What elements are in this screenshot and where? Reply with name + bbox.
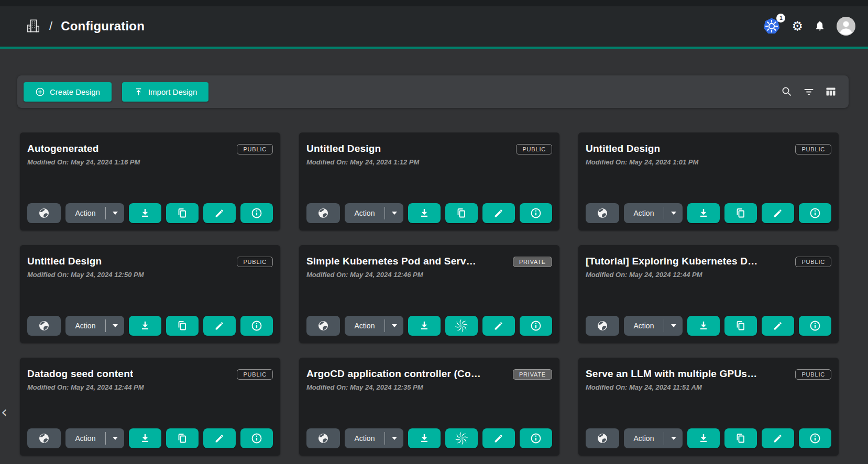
upload-icon — [134, 87, 144, 97]
clone-design-button[interactable] — [724, 203, 757, 223]
design-title: Untitled Design — [306, 143, 381, 154]
info-design-button[interactable] — [240, 316, 273, 336]
info-design-button[interactable] — [520, 316, 552, 336]
create-design-button[interactable]: Create Design — [24, 82, 112, 102]
action-split-button[interactable]: Action — [345, 428, 403, 448]
visibility-globe-button[interactable] — [586, 316, 619, 336]
info-design-button[interactable] — [240, 428, 273, 448]
clone-design-button[interactable] — [445, 203, 478, 223]
search-icon[interactable] — [781, 85, 793, 98]
action-split-button[interactable]: Action — [65, 428, 124, 448]
caret-down-icon[interactable] — [105, 319, 124, 332]
caret-down-icon[interactable] — [664, 207, 683, 219]
action-split-button[interactable]: Action — [345, 203, 403, 223]
caret-down-icon[interactable] — [105, 432, 124, 445]
caret-down-icon[interactable] — [105, 207, 124, 219]
clone-design-button[interactable] — [166, 203, 199, 223]
spiral-design-button[interactable] — [445, 428, 478, 448]
action-button-label[interactable]: Action — [624, 209, 664, 217]
info-design-button[interactable] — [520, 428, 552, 448]
download-design-button[interactable] — [687, 428, 720, 448]
download-design-button[interactable] — [408, 316, 441, 336]
edit-design-button[interactable] — [762, 203, 794, 223]
download-icon — [697, 432, 710, 445]
info-design-button[interactable] — [799, 316, 831, 336]
caret-down-icon[interactable] — [384, 432, 403, 445]
visibility-globe-button[interactable] — [27, 316, 61, 336]
action-button-label[interactable]: Action — [65, 322, 105, 330]
caret-down-icon[interactable] — [384, 319, 403, 332]
scroll-left-chevron-icon[interactable]: ‹ — [1, 404, 7, 420]
spiral-design-button[interactable] — [445, 316, 478, 336]
clone-design-button[interactable] — [724, 316, 757, 336]
download-design-button[interactable] — [129, 428, 161, 448]
visibility-globe-button[interactable] — [27, 203, 61, 223]
pencil-icon — [214, 320, 225, 332]
action-button-label[interactable]: Action — [65, 209, 105, 217]
action-button-label[interactable]: Action — [345, 322, 384, 330]
settings-gear-icon[interactable]: ⚙ — [792, 20, 803, 32]
import-design-button[interactable]: Import Design — [122, 82, 208, 102]
caret-down-icon[interactable] — [384, 207, 403, 219]
caret-down-icon[interactable] — [664, 319, 683, 332]
visibility-chip: PRIVATE — [513, 257, 552, 267]
action-split-button[interactable]: Action — [345, 316, 403, 336]
clone-design-button[interactable] — [166, 428, 199, 448]
download-icon — [418, 319, 431, 332]
visibility-globe-button[interactable] — [586, 428, 619, 448]
download-design-button[interactable] — [408, 203, 441, 223]
edit-design-button[interactable] — [482, 316, 515, 336]
download-icon — [139, 207, 151, 219]
info-design-button[interactable] — [240, 203, 273, 223]
designs-toolbar: Create Design Import Design — [17, 75, 849, 108]
action-button-label[interactable]: Action — [65, 434, 105, 443]
globe-icon — [317, 432, 329, 445]
action-split-button[interactable]: Action — [624, 316, 683, 336]
action-split-button[interactable]: Action — [65, 316, 124, 336]
edit-design-button[interactable] — [203, 203, 236, 223]
spiral-icon — [455, 432, 468, 445]
visibility-globe-button[interactable] — [586, 203, 619, 223]
design-title: Untitled Design — [27, 256, 102, 267]
action-button-label[interactable]: Action — [624, 434, 664, 443]
edit-design-button[interactable] — [762, 316, 794, 336]
kubernetes-context-button[interactable]: 1 — [762, 17, 781, 35]
globe-icon — [596, 207, 609, 219]
info-design-button[interactable] — [799, 203, 831, 223]
download-design-button[interactable] — [408, 428, 441, 448]
edit-design-button[interactable] — [762, 428, 794, 448]
modified-on-text: Modified On: May 24, 2024 12:35 PM — [306, 383, 552, 391]
visibility-globe-button[interactable] — [306, 203, 340, 223]
info-design-button[interactable] — [520, 203, 552, 223]
download-design-button[interactable] — [129, 316, 161, 336]
edit-design-button[interactable] — [482, 428, 515, 448]
visibility-globe-button[interactable] — [306, 428, 340, 448]
visibility-globe-button[interactable] — [27, 428, 61, 448]
modified-on-text: Modified On: May 24, 2024 12:44 PM — [27, 383, 273, 391]
action-split-button[interactable]: Action — [624, 203, 683, 223]
user-avatar[interactable] — [837, 17, 855, 36]
caret-down-icon[interactable] — [664, 432, 683, 445]
edit-design-button[interactable] — [482, 203, 515, 223]
download-design-button[interactable] — [687, 203, 720, 223]
visibility-globe-button[interactable] — [306, 316, 340, 336]
edit-design-button[interactable] — [203, 316, 236, 336]
action-split-button[interactable]: Action — [65, 203, 124, 223]
action-button-label[interactable]: Action — [345, 434, 384, 443]
import-design-label: Import Design — [148, 87, 197, 96]
notifications-bell-icon[interactable] — [814, 20, 826, 32]
action-split-button[interactable]: Action — [624, 428, 683, 448]
organization-building-icon[interactable] — [25, 18, 41, 34]
globe-icon — [38, 207, 50, 219]
pencil-icon — [772, 433, 784, 444]
action-button-label[interactable]: Action — [624, 322, 664, 330]
download-design-button[interactable] — [129, 203, 161, 223]
clone-design-button[interactable] — [166, 316, 199, 336]
clone-design-button[interactable] — [724, 428, 757, 448]
action-button-label[interactable]: Action — [345, 209, 384, 217]
download-design-button[interactable] — [687, 316, 720, 336]
edit-design-button[interactable] — [203, 428, 236, 448]
info-design-button[interactable] — [799, 428, 831, 448]
filter-icon[interactable] — [803, 85, 815, 98]
table-view-icon[interactable] — [825, 85, 837, 98]
